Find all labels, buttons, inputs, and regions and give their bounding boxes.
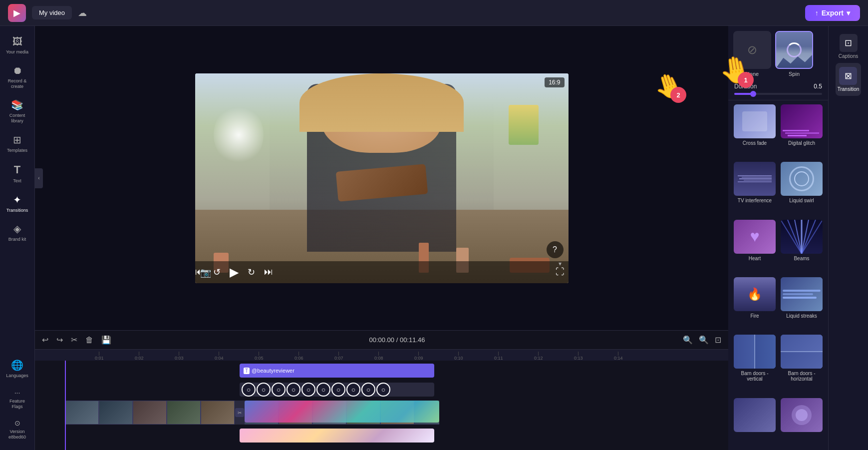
transition-fire[interactable]: 🔥 Fire (733, 277, 776, 331)
barn-doors-vertical-label: Barn doors -vertical (741, 371, 768, 382)
timeline-playhead (65, 361, 66, 450)
rewind-button[interactable]: ↺ (213, 267, 221, 278)
emoji-8: ○ (346, 383, 360, 397)
brand-kit-icon: ◈ (13, 223, 21, 235)
templates-icon: ⊞ (13, 134, 21, 146)
collapse-sidebar-button[interactable]: ‹ (35, 168, 43, 188)
transition-extra-2[interactable] (780, 398, 823, 446)
transition-barn-doors-horizontal[interactable]: Barn doors -horizontal (780, 335, 823, 394)
transition-digital-glitch[interactable]: Digital glitch (780, 104, 823, 158)
none-thumb: ⊘ (733, 31, 771, 69)
transition-barn-doors-vertical[interactable]: Barn doors -vertical (733, 335, 776, 394)
video-frame: H (195, 73, 569, 283)
sidebar-item-version[interactable]: ⊙ Versione8bed60 (2, 415, 33, 444)
video-frame-5 (201, 401, 235, 425)
emoji-7: ○ (331, 383, 345, 397)
text-clip[interactable]: T @beautyreviewer (240, 364, 434, 378)
sidebar-item-label: Contentlibrary (9, 113, 25, 124)
sidebar-item-brand-kit[interactable]: ◈ Brand kit (2, 219, 33, 246)
liquid-streaks-label: Liquid streaks (786, 313, 817, 319)
save-button[interactable]: 💾 (99, 333, 113, 347)
transition-cross-fade[interactable]: Cross fade (733, 104, 776, 158)
delete-button[interactable]: 🗑 (83, 334, 95, 347)
transitions-icon: ✦ (13, 194, 21, 206)
liquid-swirl-label: Liquid swirl (789, 198, 814, 203)
tv-interference-label: TV interference (738, 198, 772, 203)
export-button[interactable]: ↑ Export ▾ (805, 5, 860, 21)
play-button[interactable]: ▶ (230, 265, 239, 279)
text-track: T @beautyreviewer (35, 363, 728, 381)
icon-clip[interactable]: ○ ○ ○ ○ ○ ○ ○ ○ ○ ○ (240, 383, 434, 397)
extra1-thumb (734, 398, 776, 432)
preview-controls: ⏮ ↺ ▶ ↻ ⏭ ⛶ (195, 261, 569, 283)
transition-liquid-streaks[interactable]: Liquid streaks (780, 277, 823, 331)
icon-track: ○ ○ ○ ○ ○ ○ ○ ○ ○ ○ (35, 382, 728, 400)
transition-tv-interference[interactable]: TV interference (733, 162, 776, 215)
transition-liquid-swirl[interactable]: Liquid swirl (780, 162, 823, 215)
transition-extra-1[interactable] (733, 398, 776, 446)
duration-slider[interactable] (734, 93, 822, 95)
transition-label: Transition (838, 86, 860, 92)
barn-doors-horizontal-thumb (781, 335, 823, 369)
zoom-in-button[interactable]: 🔍 (697, 333, 711, 347)
transition-icon: ⊠ (839, 67, 857, 85)
feature-flags-icon: ··· (14, 389, 20, 397)
transition-none[interactable]: ⊘ None (733, 31, 771, 77)
record-icon: ⏺ (12, 65, 22, 76)
liquid-streaks-thumb (781, 277, 823, 311)
audio-clip[interactable] (240, 429, 434, 443)
text-icon: T (14, 163, 20, 176)
cut-button[interactable]: ✂ (69, 333, 79, 347)
transitions-panel: ⊘ None Spin Duration 0.5 (728, 26, 828, 450)
fire-thumb: 🔥 (734, 277, 776, 311)
sidebar-item-label: FeatureFlags (9, 399, 25, 410)
spin-label: Spin (789, 71, 800, 77)
captions-icon: ⊡ (840, 34, 858, 52)
none-icon: ⊘ (747, 43, 757, 57)
transitions-grid: Cross fade Digital glitch (728, 100, 828, 450)
transition-beams[interactable]: Beams (780, 220, 823, 273)
duration-slider-fill (734, 93, 752, 95)
fit-button[interactable]: ⊡ (713, 333, 723, 347)
transition-heart[interactable]: ♥ Heart (733, 220, 776, 273)
emoji-4: ○ (287, 383, 300, 397)
fast-forward-button[interactable]: ↻ (248, 267, 255, 278)
skip-forward-button[interactable]: ⏭ (264, 267, 273, 277)
sidebar-item-content-library[interactable]: 📚 Contentlibrary (2, 95, 33, 128)
captions-panel-btn[interactable]: ⊡ Captions (837, 30, 860, 63)
liquid-swirl-thumb (781, 162, 823, 196)
video-preview: H 16:9 (195, 73, 569, 283)
transition-panel-btn[interactable]: ⊠ Transition (836, 63, 862, 96)
redo-button[interactable]: ↪ (54, 333, 65, 347)
emoji-2: ○ (257, 383, 271, 397)
extra2-thumb (781, 398, 823, 432)
sidebar-item-record-create[interactable]: ⏺ Record &create (2, 61, 33, 93)
center-area: ‹ H (35, 26, 728, 450)
languages-icon: 🌐 (11, 359, 23, 371)
chevron-down-icon: ▾ (559, 260, 562, 267)
sidebar-item-your-media[interactable]: 🖼 Your media (2, 32, 33, 59)
video-title-button[interactable]: My video (32, 6, 72, 19)
sidebar-item-templates[interactable]: ⊞ Templates (2, 130, 33, 157)
undo-button[interactable]: ↩ (40, 333, 50, 347)
topbar: ▶ My video ☁ ↑ Export ▾ (0, 0, 868, 26)
preview-area: ‹ H (35, 26, 728, 330)
cross-fade-thumb (734, 104, 776, 138)
main-area: 🖼 Your media ⏺ Record &create 📚 Contentl… (0, 26, 868, 450)
sidebar-item-text[interactable]: T Text (2, 159, 33, 188)
video-frame-2 (99, 401, 133, 425)
overlay-clip[interactable] (245, 401, 439, 423)
duration-slider-thumb[interactable] (750, 91, 756, 97)
export-chevron-icon: ▾ (847, 9, 850, 17)
fullscreen-button[interactable]: ⛶ (556, 267, 565, 277)
barn-doors-vertical-thumb (734, 335, 776, 369)
sidebar-item-feature-flags[interactable]: ··· FeatureFlags (2, 385, 33, 414)
zoom-out-button[interactable]: 🔍 (681, 333, 695, 347)
transition-spin[interactable]: Spin (775, 31, 813, 77)
duration-section: Duration 0.5 (728, 80, 828, 100)
emoji-10: ○ (376, 383, 390, 397)
sidebar-item-languages[interactable]: 🌐 Languages (2, 355, 33, 383)
help-button[interactable]: ? (547, 241, 564, 258)
sidebar-item-transitions[interactable]: ✦ Transitions (2, 190, 33, 217)
export-icon: ↑ (815, 9, 819, 17)
